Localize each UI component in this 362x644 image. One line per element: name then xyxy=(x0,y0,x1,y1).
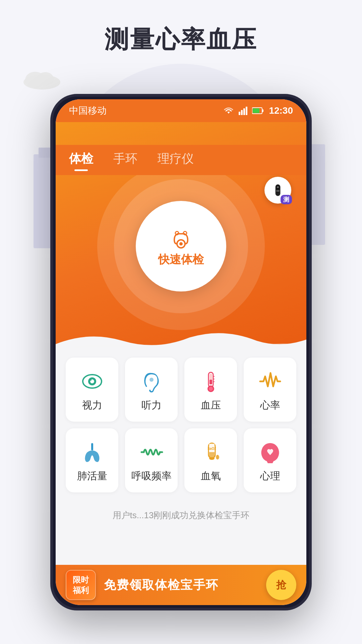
svg-rect-20 xyxy=(246,107,247,115)
status-bar: 中国移动 xyxy=(56,99,306,122)
feature-grid: 视力 听力 xyxy=(56,347,306,565)
concentric-outer: 快速体检 xyxy=(97,162,265,330)
grid-cell-breathing[interactable]: 呼吸频率 xyxy=(125,428,178,492)
phone-mockup: 中国移动 xyxy=(50,94,312,610)
ticker-text: 用户ts...13刚刚成功兑换体检宝手环 xyxy=(113,509,250,521)
svg-point-35 xyxy=(90,379,92,381)
eye-icon xyxy=(80,370,104,393)
head-icon xyxy=(258,440,282,464)
banner-badge-line1: 限时 xyxy=(72,575,90,585)
heartbeat-icon xyxy=(258,370,282,393)
svg-rect-17 xyxy=(239,112,240,115)
tab-tijian[interactable]: 体检 xyxy=(69,151,93,170)
hero-area: 体检 手环 理疗仪 测 xyxy=(56,122,306,357)
svg-point-29 xyxy=(179,242,183,246)
grid-cell-heart-rate[interactable]: 心率 xyxy=(244,358,296,422)
svg-rect-23 xyxy=(253,108,259,113)
svg-point-31 xyxy=(183,231,187,235)
svg-point-51 xyxy=(209,457,215,460)
svg-rect-19 xyxy=(243,108,245,115)
concentric-mid: 快速体检 xyxy=(114,179,248,313)
signal-icon xyxy=(239,106,247,115)
quick-check-button[interactable]: 快速体检 xyxy=(136,201,226,291)
bottom-banner[interactable]: 限时 福利 免费领取体检宝手环 抢 xyxy=(56,565,306,605)
banner-main-text: 免费领取体检宝手环 xyxy=(104,577,266,593)
time-label: 12:30 xyxy=(269,105,293,116)
svg-point-30 xyxy=(175,231,179,235)
volume-up-button xyxy=(50,204,53,244)
svg-point-36 xyxy=(149,378,154,382)
hearing-label: 听力 xyxy=(141,398,162,412)
tube-icon: SaO2 xyxy=(199,440,223,464)
svg-point-41 xyxy=(209,387,213,391)
vision-label: 视力 xyxy=(82,398,102,412)
lung-icon xyxy=(80,440,104,464)
status-icons: 12:30 xyxy=(223,105,293,116)
svg-rect-27 xyxy=(276,190,280,192)
grid-row-1: 视力 听力 xyxy=(66,358,296,422)
mute-button xyxy=(50,170,53,194)
grid-cell-psychology[interactable]: 心理 xyxy=(244,428,296,492)
carrier-label: 中国移动 xyxy=(69,104,107,117)
tab-liaoyi[interactable]: 理疗仪 xyxy=(158,151,194,170)
ticker-bar: 用户ts...13刚刚成功兑换体检宝手环 xyxy=(56,506,306,525)
grid-cell-blood-oxygen[interactable]: SaO2 血氧 xyxy=(184,428,237,492)
phone-screen: 中国移动 xyxy=(56,99,306,605)
heart-rate-label: 心率 xyxy=(260,398,280,412)
svg-rect-39 xyxy=(209,380,212,384)
ear-icon xyxy=(140,370,163,393)
blood-oxygen-label: 血氧 xyxy=(201,469,221,483)
svg-rect-45 xyxy=(91,443,93,450)
psychology-label: 心理 xyxy=(260,469,280,483)
tab-bar: 体检 手环 理疗仪 xyxy=(56,145,306,175)
grid-cell-vision[interactable]: 视力 xyxy=(66,358,118,422)
lung-label: 肺活量 xyxy=(77,469,107,483)
banner-grab-button[interactable]: 抢 xyxy=(266,570,296,600)
banner-badge: 限时 福利 xyxy=(66,570,96,600)
svg-rect-18 xyxy=(241,110,243,115)
cloud-icon xyxy=(20,67,64,91)
svg-text:SaO2: SaO2 xyxy=(207,447,216,450)
thermometer-icon xyxy=(199,370,223,393)
device-badge[interactable]: 测 xyxy=(263,175,293,205)
grid-cell-hearing[interactable]: 听力 xyxy=(125,358,178,422)
svg-rect-22 xyxy=(262,109,263,112)
stethoscope-icon xyxy=(168,225,194,252)
grid-cell-lung[interactable]: 肺活量 xyxy=(66,428,118,492)
volume-down-button xyxy=(50,254,53,294)
svg-rect-50 xyxy=(209,452,215,458)
quick-check-label: 快速体检 xyxy=(158,252,204,267)
grid-row-2: 肺活量 呼吸频率 xyxy=(66,428,296,492)
tab-shouhuan[interactable]: 手环 xyxy=(113,151,137,170)
power-button xyxy=(309,191,312,221)
page-title: 测量心率血压 xyxy=(0,23,362,56)
blood-pressure-label: 血压 xyxy=(201,398,221,412)
svg-point-26 xyxy=(277,186,279,188)
battery-icon xyxy=(252,107,264,114)
banner-badge-line2: 福利 xyxy=(72,585,90,595)
svg-point-16 xyxy=(37,72,54,86)
wifi-icon xyxy=(223,106,234,115)
breathing-label: 呼吸频率 xyxy=(131,469,172,483)
wave-icon xyxy=(140,440,163,464)
device-badge-label: 测 xyxy=(281,195,292,204)
grid-cell-blood-pressure[interactable]: 血压 xyxy=(184,358,237,422)
